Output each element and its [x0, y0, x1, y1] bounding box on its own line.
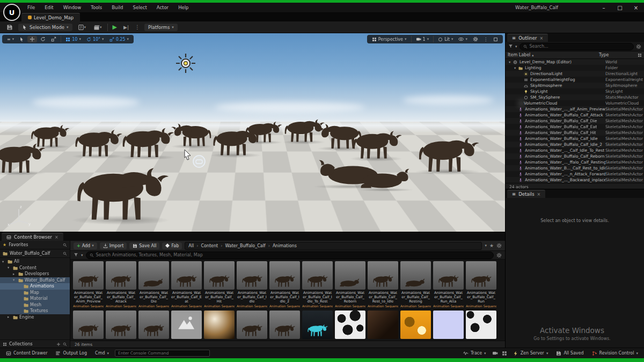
close-icon[interactable]: × — [537, 192, 541, 197]
outliner-search-input[interactable]: Search... — [519, 43, 634, 50]
asset-tile[interactable]: Water_Buffalo_Calf_Physics Physics Asset — [106, 311, 136, 341]
outliner-row[interactable]: Animations_Water_Buffalo_Calf_Die Skelet… — [506, 118, 644, 124]
play-options-kebab-icon[interactable]: ⋮ — [134, 24, 141, 30]
minimize-button[interactable]: – — [596, 4, 612, 11]
level-viewport[interactable]: z y x ≡▾ 10▾ 10°▾ 0.25▾ Perspective▾ 1▾ — [0, 33, 506, 232]
console-command-input[interactable]: Enter Console Command — [115, 350, 210, 357]
breadcrumb-item[interactable]: Water_Buffalo_Calf — [218, 243, 265, 248]
expand-arrow-icon[interactable]: ▸ — [8, 315, 11, 319]
skip-button[interactable]: ▶| — [122, 25, 130, 30]
asset-tile[interactable]: Animations_Water_Buffalo_Calf_Idle_To_Re… — [302, 261, 333, 308]
search-icon[interactable] — [63, 342, 67, 346]
asset-tile[interactable]: Water_Buffalo_Calf Skeletal Mesh — [73, 311, 104, 341]
tab-content-browser[interactable]: Content Browser × — [2, 233, 63, 241]
folder-tree-item[interactable]: Material — [0, 295, 70, 302]
column-type[interactable]: Type — [599, 53, 638, 57]
asset-tile[interactable]: Animations_Water_Buffalo_Calf_Reborn Ani… — [335, 261, 365, 308]
outliner-row[interactable]: Animations_Water_Buffalo_Calf_Eat Skelet… — [506, 124, 644, 130]
viewport-kebab-icon[interactable]: ⋮ — [481, 36, 490, 42]
folder-tree-item[interactable]: ▾ Content — [0, 265, 70, 271]
outliner-row[interactable]: Animations_Water_Buffalo_Calf_Idle_2 Ske… — [506, 142, 644, 147]
asset-search-input[interactable]: Search Animations, Textures, Mesh, Mater… — [86, 252, 494, 259]
close-icon[interactable]: × — [55, 235, 58, 240]
editor-mode-dropdown[interactable]: Selection Mode ▾ — [18, 24, 72, 31]
folder-tree-item[interactable]: Animations — [0, 283, 70, 290]
maximize-viewport-button[interactable] — [491, 36, 500, 42]
menu-item[interactable]: Build — [107, 4, 128, 11]
bookmark-icon[interactable]: ★ — [489, 243, 494, 248]
level-tab[interactable]: Level_Demo_Map — [21, 13, 80, 21]
buffalo-actor[interactable] — [223, 168, 294, 198]
favorites-header[interactable]: ★ Favorites — [0, 241, 70, 249]
outliner-row[interactable]: ▾ Lighting Folder — [506, 65, 644, 71]
save-all-button[interactable]: Save All — [129, 242, 159, 249]
menu-item[interactable]: Tools — [86, 4, 107, 11]
outliner-row[interactable]: Animations_Water_..._ffalo_Calf_Resting … — [506, 159, 644, 165]
grid-icon[interactable] — [502, 351, 507, 356]
expand-arrow-icon[interactable]: ▸ — [13, 272, 17, 276]
move-tool[interactable] — [27, 36, 37, 42]
camera-speed-dropdown[interactable]: 1▾ — [414, 36, 431, 42]
asset-tile[interactable]: Demo_Map Level — [171, 311, 202, 341]
menu-item[interactable]: Select — [128, 4, 152, 11]
outliner-row[interactable]: Animations_Water_..._Calf_Idle_To_Rest S… — [506, 147, 644, 153]
plus-icon[interactable] — [56, 342, 61, 346]
outliner-row[interactable]: Animations_Water_..._Backward_inplace Sk… — [506, 177, 644, 183]
outliner-row[interactable]: SkyLight SkyLight — [506, 88, 644, 94]
asset-tile[interactable]: Animations_Water_Buffalo_Calf_Rest_to_Id… — [368, 261, 398, 308]
viewport-settings-button[interactable] — [471, 36, 480, 42]
filter-icon[interactable] — [74, 253, 78, 257]
breadcrumb-item[interactable]: Animations — [266, 243, 297, 248]
viewport-options-menu[interactable]: ≡▾ — [5, 36, 16, 42]
content-drawer-button[interactable]: Content Drawer — [4, 350, 49, 357]
zen-server-dropdown[interactable]: Zen Server ▾ — [511, 350, 551, 357]
save-icon[interactable] — [4, 23, 15, 32]
tab-outliner[interactable]: ≡ Outliner × — [507, 34, 548, 42]
asset-tile[interactable]: T_Water_Buffalo_Mask Texture — [335, 311, 365, 341]
trace-dropdown[interactable]: Trace ▾ — [461, 350, 488, 357]
asset-tile[interactable]: Animations_Water_Buffalo_Calf_Resting An… — [400, 261, 431, 308]
output-log-button[interactable]: Output Log — [53, 350, 89, 357]
unreal-logo[interactable]: U — [3, 4, 20, 21]
asset-tile[interactable]: Animations_Water_Buffalo_Calf_Run_Atta A… — [433, 261, 464, 308]
import-button[interactable]: Import — [100, 242, 127, 249]
asset-tile[interactable]: M_Water_Buffalo_Calf Material — [204, 311, 235, 341]
search-icon[interactable] — [63, 252, 67, 256]
grid-snap-toggle[interactable]: 10▾ — [63, 36, 83, 42]
outliner-row[interactable]: Animations_Water_Buffalo_Calf_Idle Skele… — [506, 136, 644, 142]
directional-light-gizmo[interactable] — [175, 53, 196, 74]
folder-tree-item[interactable]: ▸ Engine — [0, 314, 70, 321]
blueprints-dropdown[interactable]: ▾ — [76, 23, 89, 32]
asset-tile[interactable]: Animations_Water_Buffalo_Calf_Die Animat… — [138, 261, 169, 308]
asset-tile[interactable]: Animations_Water_Buffalo_Calf_Attack Ani… — [106, 261, 136, 308]
add-button[interactable]: + Add ▾ — [74, 242, 97, 249]
asset-tile[interactable]: Animations_Water_Buffalo_Calf_Idle_2 Ani… — [269, 261, 300, 308]
outliner-row[interactable]: Animations_Water_..._n_Attack_Forward Sk… — [506, 171, 644, 177]
outliner-row[interactable]: SkyAtmosphere SkyAtmosphere — [506, 83, 644, 88]
buffalo-actor[interactable] — [411, 131, 485, 174]
asset-tile[interactable]: T_Water_Buffalo_Normal Texture — [433, 311, 464, 341]
path-chevron-icon[interactable]: ▾ — [485, 243, 487, 248]
outliner-row[interactable]: Animations_Water_..._alf_Anim_Preview Sk… — [506, 106, 644, 112]
outliner-row[interactable]: ▾ Level_Demo_Map (Editor) World — [506, 59, 644, 65]
menu-item[interactable]: Actor — [152, 4, 173, 11]
asset-tile[interactable]: T_Water_Buffalo_BaseColor Texture — [368, 311, 398, 341]
rotate-tool[interactable] — [38, 36, 48, 42]
folder-tree-item[interactable]: Textures — [0, 308, 70, 314]
rotation-snap-toggle[interactable]: 10°▾ — [84, 36, 106, 42]
folder-tree-item[interactable]: ▸ Developers — [0, 271, 70, 277]
expand-arrow-icon[interactable]: ▾ — [509, 60, 513, 64]
outliner-row[interactable]: DirectionalLight DirectionalLight — [506, 71, 644, 77]
screenshot-icon[interactable] — [492, 350, 498, 356]
asset-tile[interactable]: T_Water_Buffalo_ORM Texture — [400, 311, 431, 341]
expand-arrow-icon[interactable]: ▾ — [8, 265, 11, 270]
collections-header[interactable]: Collections — [0, 339, 70, 348]
show-flags-dropdown[interactable]: ▾ — [456, 36, 470, 42]
scale-tool[interactable] — [49, 36, 58, 42]
asset-tile[interactable]: Animations_Water_Buffalo_Calf_Eat Animat… — [171, 261, 202, 308]
expand-arrow-icon[interactable]: ▾ — [13, 278, 17, 282]
maximize-button[interactable]: □ — [612, 4, 628, 11]
asset-tile[interactable]: Water_Buffalo_Calf_Preview Skeletal Mesh — [269, 311, 300, 341]
all-saved-indicator[interactable]: All Saved — [554, 350, 586, 357]
search-icon[interactable] — [63, 243, 67, 247]
